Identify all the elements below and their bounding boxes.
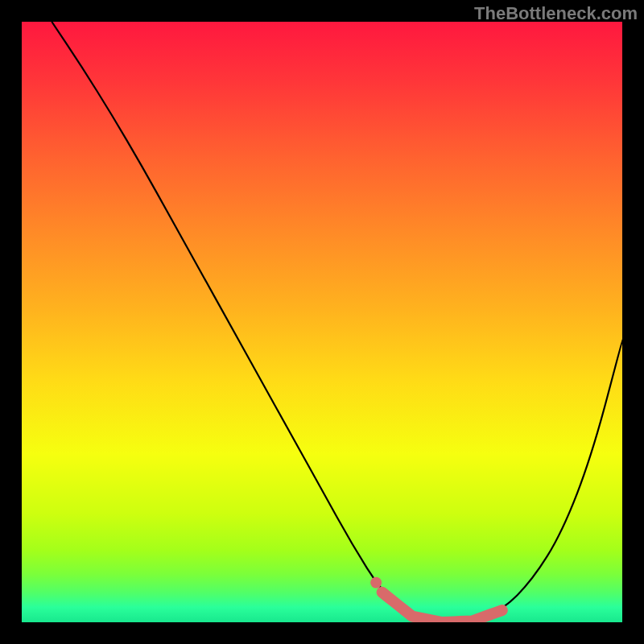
chart-container: TheBottleneck.com <box>0 0 644 644</box>
attribution-text: TheBottleneck.com <box>474 3 638 24</box>
bottleneck-curve <box>22 22 622 622</box>
plot-area <box>22 22 622 622</box>
svg-point-1 <box>370 577 382 588</box>
